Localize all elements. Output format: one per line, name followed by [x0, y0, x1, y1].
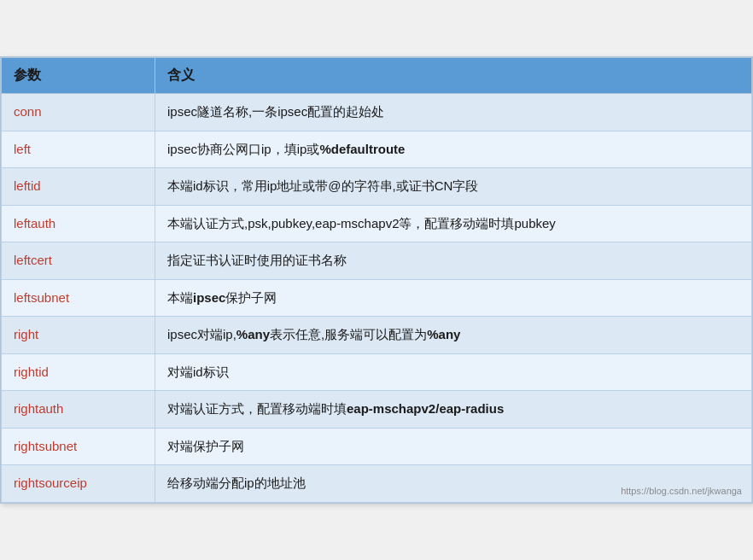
param-cell: rightid [2, 353, 155, 391]
table-row: leftipsec协商公网口ip，填ip或%defaultroute [2, 131, 752, 168]
desc-cell: 对端保护子网 [155, 428, 752, 465]
table-row: rightsourceip给移动端分配ip的地址池 [2, 465, 752, 503]
header-param: 参数 [2, 58, 155, 94]
table-row: rightipsec对端ip,%any表示任意,服务端可以配置为%any [2, 317, 752, 354]
watermark: https://blog.csdn.net/jkwanga [621, 486, 742, 496]
param-cell: leftauth [2, 205, 155, 242]
desc-cell: ipsec对端ip,%any表示任意,服务端可以配置为%any [155, 317, 752, 354]
main-table-container: 参数 含义 connipsec隧道名称,一条ipsec配置的起始处leftips… [0, 56, 753, 504]
desc-cell: 本端ipsec保护子网 [155, 279, 752, 317]
table-header-row: 参数 含义 [2, 58, 752, 94]
param-cell: leftcert [2, 242, 155, 280]
desc-cell: 指定证书认证时使用的证书名称 [155, 242, 752, 280]
desc-cell: 本端认证方式,psk,pubkey,eap-mschapv2等，配置移动端时填p… [155, 205, 752, 242]
desc-cell: 本端id标识，常用ip地址或带@的字符串,或证书CN字段 [155, 168, 752, 206]
param-cell: left [2, 131, 155, 168]
table-row: connipsec隧道名称,一条ipsec配置的起始处 [2, 94, 752, 131]
desc-cell: 对端id标识 [155, 353, 752, 391]
param-cell: rightsubnet [2, 428, 155, 465]
param-cell: leftid [2, 168, 155, 206]
params-table: 参数 含义 connipsec隧道名称,一条ipsec配置的起始处leftips… [1, 57, 752, 503]
param-cell: right [2, 317, 155, 354]
desc-cell: ipsec隧道名称,一条ipsec配置的起始处 [155, 94, 752, 131]
table-row: rightauth对端认证方式，配置移动端时填eap-mschapv2/eap-… [2, 391, 752, 429]
param-cell: conn [2, 94, 155, 131]
desc-cell: 对端认证方式，配置移动端时填eap-mschapv2/eap-radius [155, 391, 752, 429]
desc-cell: 给移动端分配ip的地址池 [155, 465, 752, 503]
table-row: leftauth本端认证方式,psk,pubkey,eap-mschapv2等，… [2, 205, 752, 242]
header-meaning: 含义 [155, 58, 752, 94]
table-row: leftcert指定证书认证时使用的证书名称 [2, 242, 752, 280]
param-cell: rightsourceip [2, 465, 155, 503]
table-row: leftsubnet本端ipsec保护子网 [2, 279, 752, 317]
table-row: rightsubnet对端保护子网 [2, 428, 752, 465]
param-cell: leftsubnet [2, 279, 155, 317]
param-cell: rightauth [2, 391, 155, 429]
table-row: rightid对端id标识 [2, 353, 752, 391]
table-row: leftid本端id标识，常用ip地址或带@的字符串,或证书CN字段 [2, 168, 752, 206]
desc-cell: ipsec协商公网口ip，填ip或%defaultroute [155, 131, 752, 168]
